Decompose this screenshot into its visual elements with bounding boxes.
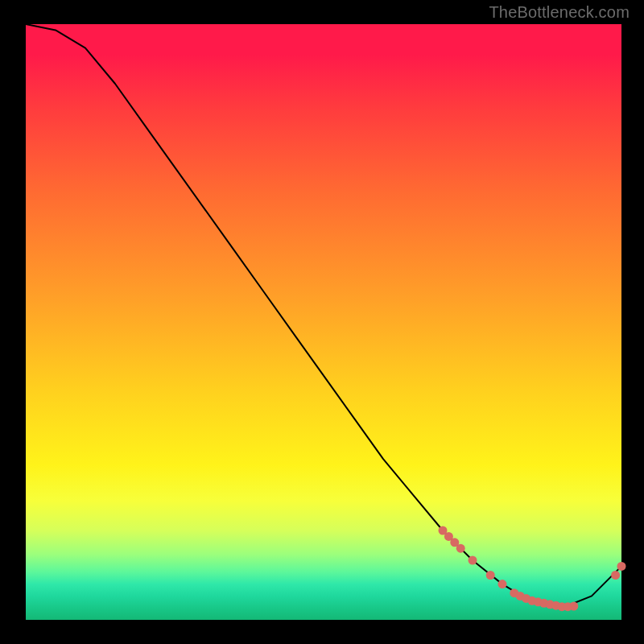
chart-frame: TheBottleneck.com <box>0 0 644 644</box>
plot-area <box>26 24 621 620</box>
bottleneck-curve <box>26 24 621 608</box>
highlight-dot <box>617 562 626 571</box>
highlight-dot <box>486 571 495 580</box>
highlight-dot <box>611 571 620 580</box>
highlight-dot <box>498 580 507 588</box>
highlight-dot <box>569 602 578 611</box>
highlight-dots <box>439 526 626 612</box>
watermark-text: TheBottleneck.com <box>489 3 630 22</box>
highlight-dot <box>469 556 477 565</box>
curve-svg <box>26 24 621 620</box>
highlight-dot <box>456 544 465 553</box>
